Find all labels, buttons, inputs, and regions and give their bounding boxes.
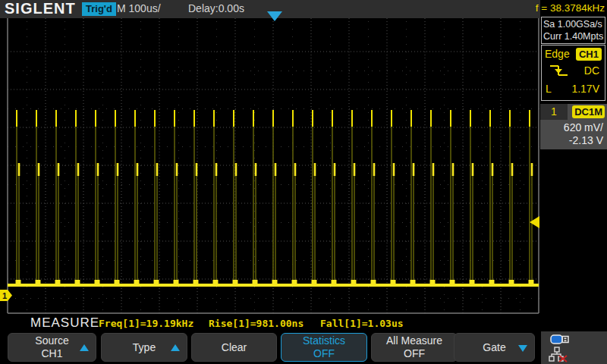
- frequency-counter: f = 38.3784kHz: [536, 2, 605, 14]
- menu-button-type-label: Type: [133, 341, 156, 354]
- measure-fall: Fall[1]=1.03us: [320, 318, 404, 329]
- delay-readout[interactable]: Delay:0.00s: [188, 2, 244, 14]
- falling-edge-icon: [549, 63, 569, 78]
- menu-button-source-label: Source: [35, 334, 68, 347]
- measure-title: MEASURE: [30, 315, 99, 331]
- trigger-type: Edge: [545, 48, 570, 60]
- acquisition-panel: Sa 1.00GSa/s Curr 1.40Mpts: [541, 17, 605, 44]
- menu-button-source[interactable]: Source CH1: [8, 333, 96, 362]
- trigger-level-value: 1.17V: [571, 83, 599, 95]
- menu-button-all-measure[interactable]: All Measure OFF: [371, 333, 458, 362]
- svg-text:1: 1: [2, 291, 7, 300]
- brand-logo: SIGLENT: [5, 0, 76, 17]
- measure-freq: Freq[1]=19.19kHz: [99, 318, 193, 329]
- channel1-tab[interactable]: 1: [540, 104, 568, 120]
- trigger-coupling: DC: [584, 64, 599, 77]
- down-arrow-icon: [518, 345, 527, 352]
- trigger-source-badge: CH1: [576, 48, 602, 61]
- oscilloscope-screen: SIGLENT Trig'd M 100us/ Delay:0.00s f = …: [0, 0, 607, 364]
- menu-button-all-measure-value: OFF: [404, 347, 425, 360]
- measure-rise: Rise[1]=981.00ns: [209, 318, 304, 329]
- menu-button-clear[interactable]: Clear: [191, 333, 277, 362]
- channel1-offset: -2.13 V: [569, 134, 603, 146]
- trigger-panel[interactable]: Edge CH1 DC L 1.17V: [541, 45, 605, 101]
- menu-button-type[interactable]: Type: [101, 333, 187, 362]
- status-icons-panel: [541, 331, 607, 364]
- up-arrow-icon: [80, 344, 89, 351]
- menu-button-statistics[interactable]: Statistics OFF: [281, 333, 367, 362]
- memory-depth: Curr 1.40Mpts: [543, 30, 605, 42]
- waveform-display: [6, 18, 540, 314]
- menu-button-gate[interactable]: Gate: [454, 333, 535, 362]
- trigger-level-label: L: [546, 83, 552, 95]
- channel1-volts-per-div: 620 mV/: [564, 121, 603, 133]
- menu-button-statistics-label: Statistics: [303, 334, 345, 347]
- menu-button-gate-label: Gate: [483, 341, 505, 354]
- menu-button-source-value: CH1: [41, 347, 62, 360]
- usb-icon: [550, 334, 570, 344]
- menu-button-all-measure-label: All Measure: [386, 334, 442, 347]
- trigger-position-marker-icon[interactable]: [267, 11, 282, 21]
- up-arrow-icon: [171, 344, 180, 351]
- menu-button-statistics-value: OFF: [313, 347, 335, 360]
- channel1-panel[interactable]: 1 DC1M 620 mV/ -2.13 V: [540, 104, 607, 149]
- timebase-readout[interactable]: M 100us/: [117, 2, 161, 14]
- menu-button-clear-label: Clear: [222, 341, 247, 354]
- sample-rate: Sa 1.00GSa/s: [543, 18, 605, 30]
- channel1-ground-marker-icon[interactable]: 1: [0, 290, 13, 301]
- lan-disconnected-icon: [549, 347, 570, 362]
- channel1-coupling-badge: DC1M: [572, 105, 605, 118]
- trigger-status-badge: Trig'd: [82, 2, 116, 16]
